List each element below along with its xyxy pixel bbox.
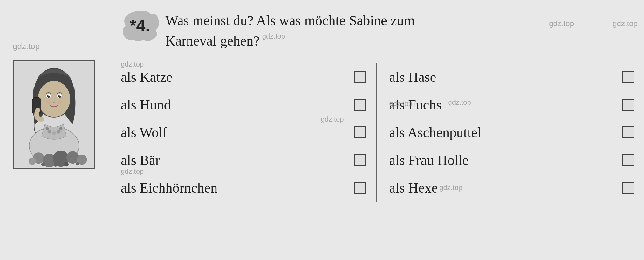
answer-text-bar: als Bär [121,152,160,168]
answer-text-eichhorn: als Eichhörnchen [121,180,217,196]
svg-point-26 [64,162,69,166]
svg-point-13 [48,95,50,96]
svg-point-2 [47,130,51,134]
svg-point-24 [41,162,45,166]
question-number: *4. [130,16,150,35]
svg-point-27 [76,162,79,165]
girl-illustration [14,61,94,168]
answer-row-hexe: als Hexe gdz.top [389,174,638,202]
svg-point-21 [66,151,79,164]
svg-point-25 [54,164,57,167]
answer-row-hase: als Hase [389,63,638,91]
watermark-header-right1: gdz.top [549,19,574,28]
left-section: gdz.top [6,10,108,169]
question-text-line2: Karneval gehen?gdz.top [165,30,415,50]
svg-point-15 [46,100,51,104]
svg-point-23 [29,158,36,165]
watermark-hexe: gdz.top [439,184,462,192]
answer-text-aschenputtel: als Aschenputtel [389,124,482,141]
checkbox-hase[interactable] [622,71,634,83]
question-number-container: *4. [121,10,159,41]
answer-row-frau-holle: als Frau Holle [389,146,638,174]
answer-text-hase: als Hase [389,69,436,85]
checkbox-hund[interactable] [354,99,366,111]
answers-column-right: als Hase als Fuchs gdz.top gdz.top [376,63,638,202]
answers-section: als Katze gdz.top als Hund gdz.top [121,63,638,202]
checkbox-fuchs[interactable] [622,99,634,111]
answer-text-hund: als Hund [121,97,171,113]
checkbox-hexe[interactable] [622,182,634,194]
checkbox-bar[interactable] [354,154,366,166]
page-container: gdz.top [0,0,644,260]
watermark-katze: gdz.top [121,60,144,68]
right-section: *4. Was meinst du? Als was möchte Sabine… [108,10,638,202]
svg-point-4 [57,130,61,134]
svg-point-6 [59,127,63,130]
question-text-line1: Was meinst du? Als was möchte Sabine zum [165,10,415,30]
checkbox-eichhorn[interactable] [354,182,366,194]
svg-point-8 [38,81,70,117]
answer-row-eichhorn: als Eichhörnchen [121,174,369,202]
answer-text-wolf: als Wolf [121,124,167,141]
watermark-top-left: gdz.top [13,41,40,51]
answer-row-wolf: als Wolf [121,119,369,146]
svg-point-5 [46,127,49,130]
watermark-fuchs-left: gdz.top [389,100,412,108]
answer-text-frau-holle: als Frau Holle [389,152,469,168]
watermark-fuchs: gdz.top [448,98,471,107]
question-header: *4. Was meinst du? Als was möchte Sabine… [121,10,638,51]
illustration-box [13,60,95,169]
answer-text-katze: als Katze [121,69,172,85]
checkbox-katze[interactable] [354,71,366,83]
answer-row-fuchs: als Fuchs gdz.top [389,91,638,119]
answer-row-aschenputtel: als Aschenputtel [389,119,638,146]
answer-row-katze: als Katze gdz.top [121,63,369,91]
checkbox-wolf[interactable] [354,126,366,138]
answer-row-bar: als Bär gdz.top [121,146,369,174]
svg-point-14 [60,95,61,96]
svg-point-16 [57,100,62,104]
answer-text-hexe: als Hexe [389,180,438,196]
svg-point-3 [52,131,56,135]
watermark-header-right2: gdz.top [613,19,638,28]
watermark-karneval: gdz.top [262,32,285,41]
checkbox-frau-holle[interactable] [622,154,634,166]
answer-row-hund: als Hund [121,91,369,119]
answers-column-left: als Katze gdz.top als Hund gdz.top [121,63,376,202]
checkbox-aschenputtel[interactable] [622,126,634,138]
question-text-block: Was meinst du? Als was möchte Sabine zum… [165,10,415,51]
